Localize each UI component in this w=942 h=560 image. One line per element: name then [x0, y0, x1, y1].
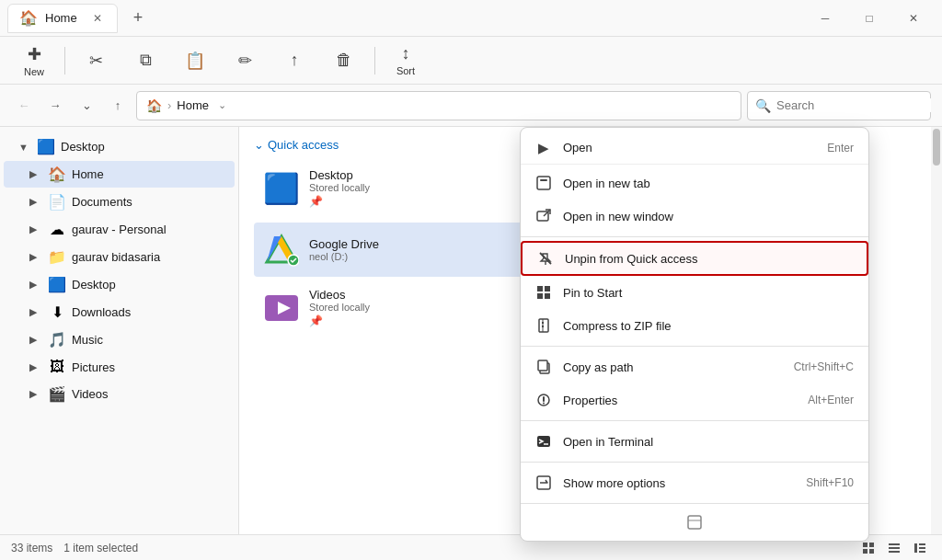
ctx-item-new-tab[interactable]: Open in new tab: [521, 166, 868, 200]
qa-desktop-sub: Stored locally: [309, 182, 370, 193]
ctx-item-unpin[interactable]: Unpin from Quick access: [521, 241, 868, 276]
qa-google-drive-icon: [263, 232, 300, 269]
sidebar-item-gaurav-personal[interactable]: ▶ ☁ gaurav - Personal: [4, 216, 235, 243]
scrollbar-track[interactable]: [931, 127, 942, 534]
chevron-right-icon: ▶: [29, 361, 42, 373]
cut-button[interactable]: ✂: [73, 40, 119, 81]
qa-videos-pin-icon: 📌: [309, 314, 370, 327]
view-list-button[interactable]: [883, 538, 905, 558]
chevron-right-icon: ▶: [29, 223, 42, 235]
status-selected: 1 item selected: [63, 542, 138, 554]
ctx-item-new-window[interactable]: Open in new window: [521, 200, 868, 233]
view-details-button[interactable]: [909, 538, 931, 558]
sidebar-item-home[interactable]: ▶ 🏠 Home: [4, 161, 235, 188]
sidebar-label-desktop-root: Desktop: [61, 140, 105, 154]
copy-button[interactable]: ⧉: [122, 40, 168, 81]
ctx-item-more-options[interactable]: Show more options Shift+F10: [521, 466, 868, 499]
sidebar-label-downloads: Downloads: [72, 305, 131, 319]
ctx-separator-3: [521, 420, 868, 421]
search-box[interactable]: 🔍: [747, 91, 931, 120]
recent-button[interactable]: ⌄: [74, 93, 99, 119]
pictures-icon: 🖼: [48, 359, 66, 375]
back-button[interactable]: ←: [11, 93, 37, 119]
svg-rect-31: [542, 322, 544, 324]
svg-point-37: [543, 403, 545, 405]
sort-label: Sort: [396, 65, 415, 76]
qa-videos-sub: Stored locally: [309, 302, 370, 313]
ctx-properties-label: Properties: [563, 394, 797, 407]
active-tab[interactable]: 🏠 Home ✕: [7, 4, 118, 33]
tab-close-button[interactable]: ✕: [89, 10, 106, 27]
svg-rect-52: [919, 547, 925, 549]
svg-rect-34: [538, 360, 547, 371]
forward-button[interactable]: →: [42, 93, 68, 119]
folder-icon: 📁: [48, 248, 66, 266]
sidebar-item-desktop-root[interactable]: ▼ 🟦 Desktop: [4, 133, 235, 160]
share-button[interactable]: ↑: [271, 40, 317, 81]
svg-rect-45: [863, 549, 867, 554]
sidebar-item-desktop[interactable]: ▶ 🟦 Desktop: [4, 271, 235, 298]
qa-desktop-info: Desktop Stored locally 📌: [309, 168, 370, 208]
new-tab-icon: [535, 175, 552, 191]
qa-videos-info: Videos Stored locally 📌: [309, 288, 370, 327]
new-label: New: [24, 66, 44, 77]
maximize-button[interactable]: □: [848, 4, 890, 33]
svg-rect-19: [537, 177, 550, 189]
address-box[interactable]: 🏠 › Home ⌄: [136, 91, 741, 120]
qa-desktop-icon: 🟦: [263, 170, 300, 207]
chevron-right-icon: ▶: [29, 388, 42, 400]
ctx-item-terminal[interactable]: Open in Terminal: [521, 425, 868, 458]
svg-rect-27: [537, 293, 543, 299]
tab-home-icon: 🏠: [19, 9, 38, 27]
svg-rect-20: [540, 179, 547, 181]
minimize-button[interactable]: ─: [804, 4, 846, 33]
sidebar-label-music: Music: [72, 333, 103, 347]
chevron-right-icon: ▶: [29, 251, 42, 263]
search-input[interactable]: [776, 98, 931, 112]
qa-google-drive-sub: neol (D:): [309, 251, 379, 262]
ctx-separator-1: [521, 236, 868, 237]
sort-button[interactable]: ↕ Sort: [383, 40, 429, 81]
delete-button[interactable]: 🗑: [321, 40, 367, 81]
cloud-icon: ☁: [48, 221, 66, 238]
ctx-item-zip[interactable]: Compress to ZIP file: [521, 309, 868, 342]
new-tab-button[interactable]: +: [125, 6, 151, 31]
close-window-button[interactable]: ✕: [892, 4, 935, 33]
paste-button[interactable]: 📋: [172, 40, 218, 81]
chevron-right-icon: ▶: [29, 279, 42, 291]
ctx-item-properties[interactable]: Properties Alt+Enter: [521, 383, 868, 417]
rename-button[interactable]: ✏: [222, 40, 268, 81]
title-bar: 🏠 Home ✕ + ─ □ ✕: [0, 0, 942, 37]
music-icon: 🎵: [48, 331, 66, 349]
sidebar-label-gaurav-bidasaria: gaurav bidasaria: [72, 250, 160, 264]
sidebar-item-music[interactable]: ▶ 🎵 Music: [4, 326, 235, 353]
rename-icon: ✏: [238, 51, 252, 71]
address-chevron-icon: ⌄: [218, 99, 226, 111]
ctx-separator-2: [521, 346, 868, 347]
ctx-item-copy-path[interactable]: Copy as path Ctrl+Shift+C: [521, 350, 868, 383]
sidebar-item-pictures[interactable]: ▶ 🖼 Pictures: [4, 354, 235, 380]
scrollbar-thumb[interactable]: [933, 129, 940, 166]
cut-icon: ✂: [89, 51, 103, 71]
svg-rect-48: [889, 547, 900, 549]
svg-rect-50: [914, 543, 917, 553]
ctx-item-pin-start[interactable]: Pin to Start: [521, 276, 868, 309]
sidebar-item-videos[interactable]: ▶ 🎬 Videos: [4, 381, 235, 407]
downloads-icon: ⬇: [48, 303, 66, 321]
ctx-item-open[interactable]: ▶ Open Enter: [521, 131, 868, 165]
svg-rect-49: [889, 551, 900, 553]
delete-icon: 🗑: [336, 51, 352, 70]
qa-desktop-name: Desktop: [309, 168, 370, 182]
desktop-root-icon: 🟦: [37, 138, 55, 155]
context-menu: ▶ Open Enter Open in new tab Open in new…: [520, 127, 869, 542]
home-icon: 🏠: [48, 166, 66, 183]
sidebar-item-downloads[interactable]: ▶ ⬇ Downloads: [4, 299, 235, 326]
sidebar-label-videos: Videos: [72, 387, 109, 401]
svg-rect-46: [869, 549, 874, 554]
sort-icon: ↕: [402, 44, 410, 63]
new-button[interactable]: ✚ New: [11, 40, 57, 81]
unpin-icon: [537, 250, 554, 267]
sidebar-item-gaurav-bidasaria[interactable]: ▶ 📁 gaurav bidasaria: [4, 244, 235, 270]
up-button[interactable]: ↑: [105, 93, 131, 119]
sidebar-item-documents[interactable]: ▶ 📄 Documents: [4, 189, 235, 215]
